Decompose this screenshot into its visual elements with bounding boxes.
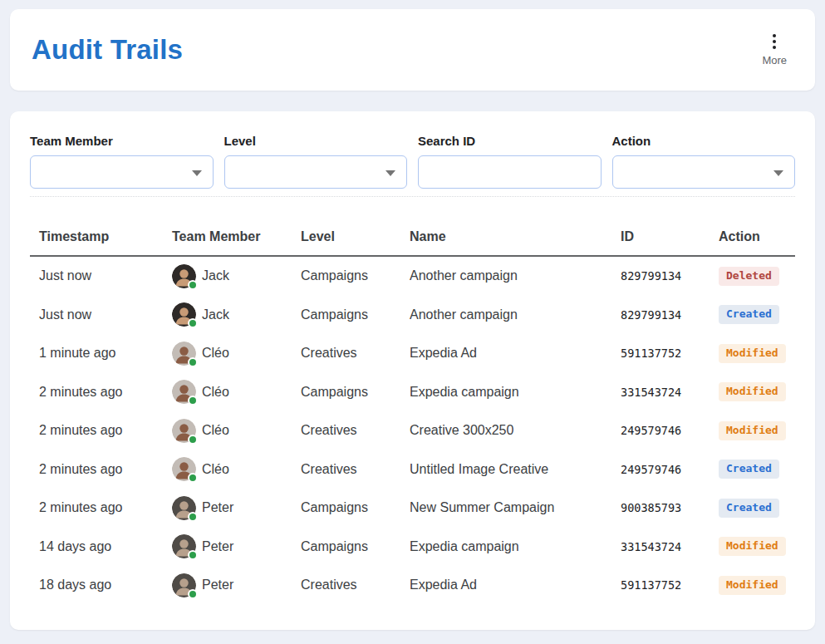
member-name: Cléo	[202, 346, 229, 361]
column-header-name: Name	[410, 229, 621, 244]
online-status-dot	[188, 357, 198, 367]
name-cell: Expedia Ad	[410, 346, 621, 361]
more-button[interactable]: More	[755, 31, 793, 70]
id-cell: 331543724	[621, 540, 719, 553]
level-cell: Creatives	[301, 578, 410, 592]
more-button-label: More	[762, 54, 787, 66]
timestamp-cell: 2 minutes ago	[39, 423, 172, 438]
online-status-dot	[188, 280, 198, 290]
team-member-cell: Jack	[172, 302, 301, 327]
filter-team-member: Team Member	[30, 134, 214, 189]
avatar	[172, 457, 196, 481]
level-cell: Campaigns	[301, 385, 410, 400]
level-select[interactable]	[224, 155, 408, 189]
member-name: Cléo	[202, 423, 229, 438]
name-cell: Another campaign	[410, 307, 621, 322]
online-status-dot	[188, 473, 198, 483]
member-name: Jack	[202, 268, 229, 283]
team-member-select[interactable]	[30, 155, 214, 189]
action-cell: Modified	[719, 382, 795, 401]
table-row: 2 minutes ago Peter Campaigns New Summer…	[30, 489, 795, 528]
name-cell: Expedia campaign	[410, 385, 621, 400]
member-name: Peter	[202, 539, 233, 554]
table-body: Just now Jack Campaigns Another campaign…	[30, 257, 795, 605]
team-member-cell: Peter	[172, 496, 301, 520]
id-cell: 829799134	[621, 308, 719, 322]
avatar	[172, 342, 196, 366]
audit-trails-panel: Team Member Level Search ID Action	[10, 111, 815, 630]
table-row: 2 minutes ago Cléo Creatives Creative 30…	[30, 411, 795, 450]
team-member-cell: Cléo	[172, 419, 301, 443]
online-status-dot	[188, 396, 198, 406]
table-row: 2 minutes ago Cléo Creatives Untitled Im…	[30, 450, 795, 489]
timestamp-cell: Just now	[39, 268, 172, 283]
level-cell: Campaigns	[301, 500, 410, 515]
kebab-menu-icon	[773, 34, 776, 49]
column-header-level: Level	[301, 229, 410, 244]
timestamp-cell: 14 days ago	[39, 539, 172, 554]
table-row: Just now Jack Campaigns Another campaign…	[30, 257, 795, 296]
level-cell: Campaigns	[301, 268, 410, 283]
name-cell: Expedia campaign	[410, 539, 621, 554]
avatar	[172, 380, 196, 404]
avatar	[172, 264, 196, 288]
online-status-dot	[188, 435, 198, 445]
action-select[interactable]	[612, 155, 796, 189]
action-cell: Created	[719, 305, 795, 324]
id-cell: 249579746	[621, 424, 719, 437]
action-badge: Created	[719, 460, 779, 479]
timestamp-cell: Just now	[39, 307, 172, 322]
team-member-cell: Cléo	[172, 342, 301, 366]
avatar	[172, 573, 196, 597]
member-name: Peter	[202, 500, 233, 515]
member-name: Peter	[202, 578, 233, 592]
table-row: 18 days ago Peter Creatives Expedia Ad 5…	[30, 566, 795, 605]
filter-level-label: Level	[224, 134, 408, 148]
column-header-team-member: Team Member	[172, 229, 301, 244]
action-badge: Created	[719, 499, 779, 518]
filter-search-id-label: Search ID	[418, 134, 602, 148]
column-header-action: Action	[719, 229, 795, 244]
action-badge: Deleted	[719, 267, 779, 286]
header-card: Audit Trails More	[10, 9, 815, 91]
id-cell: 900385793	[621, 501, 719, 514]
id-cell: 591137752	[621, 347, 719, 360]
avatar	[172, 302, 196, 327]
action-badge: Modified	[719, 537, 786, 556]
action-badge: Modified	[719, 421, 786, 440]
action-badge: Created	[719, 305, 779, 324]
name-cell: Another campaign	[410, 268, 621, 283]
name-cell: Expedia Ad	[410, 578, 621, 592]
column-header-id: ID	[621, 229, 719, 244]
table-row: 2 minutes ago Cléo Campaigns Expedia cam…	[30, 373, 795, 412]
timestamp-cell: 1 minute ago	[39, 346, 172, 361]
member-name: Cléo	[202, 462, 229, 477]
team-member-cell: Cléo	[172, 380, 301, 404]
team-member-cell: Jack	[172, 264, 301, 288]
filter-team-member-label: Team Member	[30, 134, 214, 148]
action-cell: Deleted	[719, 267, 795, 286]
action-cell: Modified	[719, 344, 795, 363]
team-member-cell: Cléo	[172, 457, 301, 481]
member-name: Jack	[202, 307, 229, 322]
level-cell: Creatives	[301, 346, 410, 361]
action-badge: Modified	[719, 344, 786, 363]
id-cell: 829799134	[621, 269, 719, 283]
search-id-input[interactable]	[418, 155, 602, 189]
column-header-timestamp: Timestamp	[39, 229, 172, 244]
action-cell: Created	[719, 460, 795, 479]
action-badge: Modified	[719, 576, 786, 595]
online-status-dot	[188, 512, 198, 522]
id-cell: 331543724	[621, 386, 719, 399]
action-cell: Modified	[719, 576, 795, 595]
action-cell: Created	[719, 499, 795, 518]
name-cell: Creative 300x250	[410, 423, 621, 438]
avatar	[172, 534, 196, 558]
filter-action: Action	[612, 134, 796, 189]
timestamp-cell: 18 days ago	[39, 578, 172, 592]
table-row: Just now Jack Campaigns Another campaign…	[30, 296, 795, 335]
table-row: 14 days ago Peter Campaigns Expedia camp…	[30, 528, 795, 567]
level-cell: Creatives	[301, 423, 410, 438]
page-title: Audit Trails	[32, 34, 183, 66]
name-cell: Untitled Image Creative	[410, 462, 621, 477]
